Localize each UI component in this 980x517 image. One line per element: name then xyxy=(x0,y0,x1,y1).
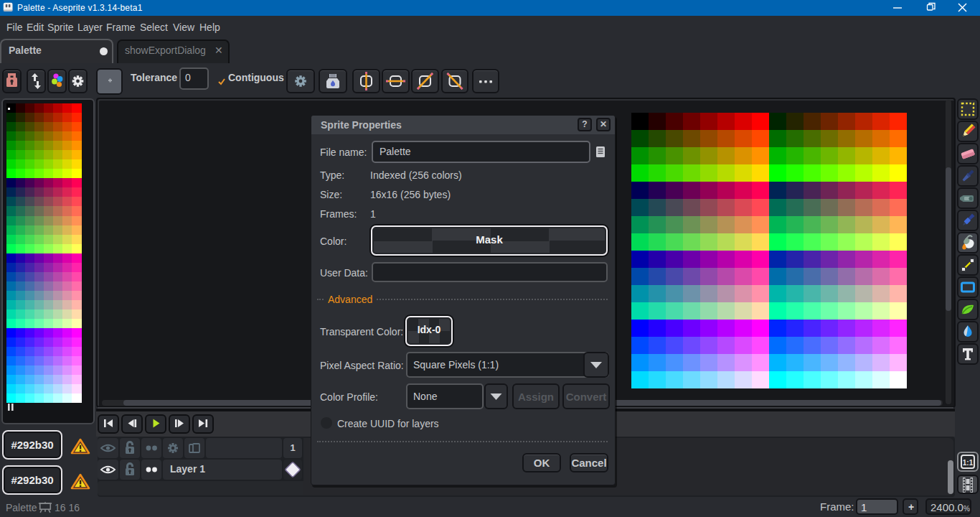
svg-text:1:1: 1:1 xyxy=(963,459,974,467)
